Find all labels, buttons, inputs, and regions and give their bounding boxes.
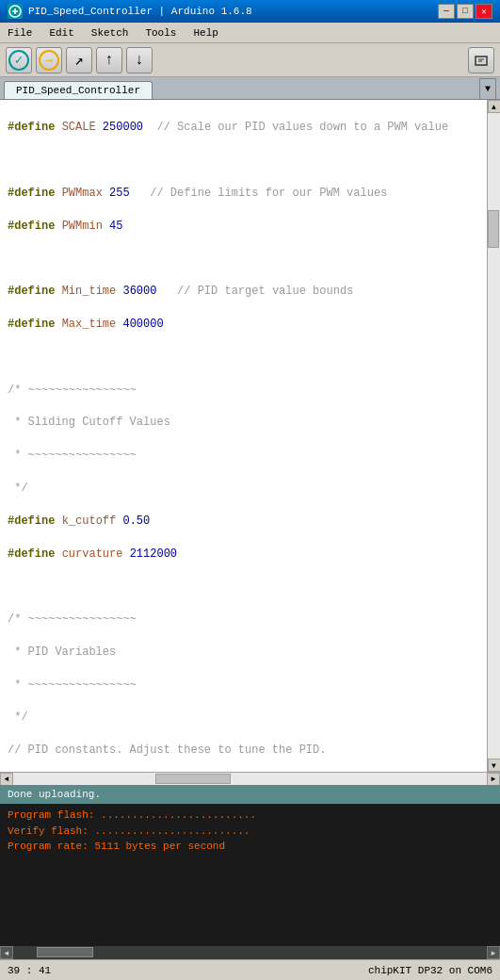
scroll-right-arrow[interactable]: ►	[487, 773, 500, 786]
code-line-16: /* ~~~~~~~~~~~~~~~~	[8, 612, 481, 628]
console-verify-label: Verify flash:	[8, 825, 94, 837]
serial-monitor-button[interactable]	[468, 47, 494, 74]
code-line-17: * PID Variables	[8, 645, 481, 661]
scroll-thumb-vertical[interactable]	[488, 210, 499, 248]
code-line-11: * ~~~~~~~~~~~~~~~~	[8, 448, 481, 464]
code-line-1: #define SCALE 250000 // Scale our PID va…	[8, 120, 481, 136]
console-scroll-thumb[interactable]	[37, 947, 93, 957]
code-editor[interactable]: #define SCALE 250000 // Scale our PID va…	[0, 100, 500, 772]
title-bar-left: PID_Speed_Controller | Arduino 1.6.8	[8, 4, 252, 19]
menu-sketch[interactable]: Sketch	[88, 25, 133, 41]
console-program-flash-dots: .........................	[101, 809, 256, 821]
console-output: Program flash: .........................…	[0, 804, 500, 946]
console-status-text: Done uploading.	[8, 789, 101, 800]
console-status-bar: Done uploading.	[0, 785, 500, 804]
console-horizontal-scrollbar[interactable]: ◄ ►	[0, 946, 500, 959]
console-line-flash: Program flash: .........................	[8, 808, 492, 824]
menu-tools[interactable]: Tools	[141, 25, 180, 41]
code-line-4: #define PWMmin 45	[8, 219, 481, 235]
tab-label: PID_Speed_Controller	[16, 85, 140, 96]
tab-pid-speed-controller[interactable]: PID_Speed_Controller	[4, 81, 153, 99]
scroll-track-horizontal[interactable]	[13, 773, 487, 785]
code-line-20: // PID constants. Adjust these to tune t…	[8, 743, 481, 759]
verify-button[interactable]: ✓	[6, 47, 32, 74]
minimize-button[interactable]: ─	[438, 4, 455, 19]
code-line-3: #define PWMmax 255 // Define limits for …	[8, 186, 481, 202]
console-rate-text: Program rate: 5111 bytes per second	[8, 841, 225, 852]
console-line-rate: Program rate: 5111 bytes per second	[8, 839, 492, 855]
tab-dropdown-button[interactable]: ▼	[479, 78, 496, 99]
window-title: PID_Speed_Controller | Arduino 1.6.8	[28, 6, 252, 17]
code-line-15	[8, 579, 481, 595]
code-line-5	[8, 252, 481, 268]
code-line-18: * ~~~~~~~~~~~~~~~~	[8, 678, 481, 694]
code-scroll-area[interactable]: #define SCALE 250000 // Scale our PID va…	[0, 100, 500, 772]
code-line-2	[8, 153, 481, 169]
cursor-position: 39 : 41	[8, 965, 51, 976]
new-icon: ↗	[74, 51, 84, 70]
toolbar: ✓ → ↗ ↑ ↓	[0, 43, 500, 77]
horizontal-scrollbar[interactable]: ◄ ►	[0, 772, 500, 785]
console-scroll-track[interactable]	[13, 946, 487, 959]
toolbar-right	[468, 47, 494, 74]
code-line-7: #define Max_time 400000	[8, 317, 481, 333]
scroll-track-vertical[interactable]	[488, 113, 500, 759]
save-icon: ↓	[135, 52, 144, 69]
scroll-thumb-horizontal[interactable]	[155, 774, 231, 784]
chevron-down-icon: ▼	[485, 84, 491, 94]
title-bar: PID_Speed_Controller | Arduino 1.6.8 ─ □…	[0, 0, 500, 23]
upload-button[interactable]: →	[36, 47, 62, 74]
verify-icon: ✓	[8, 50, 29, 71]
open-icon: ↑	[105, 52, 114, 69]
board-info: chipKIT DP32 on COM6	[368, 965, 492, 976]
maximize-button[interactable]: □	[457, 4, 474, 19]
status-bar: 39 : 41 chipKIT DP32 on COM6	[0, 959, 500, 980]
close-button[interactable]: ✕	[476, 4, 492, 19]
console-scroll-left-arrow[interactable]: ◄	[0, 946, 13, 959]
code-line-19: */	[8, 710, 481, 726]
menu-file[interactable]: File	[4, 25, 36, 41]
tab-bar: PID_Speed_Controller ▼	[0, 77, 500, 100]
scroll-down-arrow[interactable]: ▼	[488, 759, 501, 772]
code-line-10: * Sliding Cutoff Values	[8, 415, 481, 431]
window-controls: ─ □ ✕	[438, 4, 492, 19]
console-line-verify: Verify flash: .........................	[8, 824, 492, 840]
code-line-6: #define Min_time 36000 // PID target val…	[8, 284, 481, 300]
code-line-14: #define curvature 2112000	[8, 547, 481, 563]
code-container: #define SCALE 250000 // Scale our PID va…	[0, 100, 500, 785]
new-button[interactable]: ↗	[66, 47, 92, 74]
app-icon	[8, 4, 23, 19]
open-button[interactable]: ↑	[96, 47, 122, 74]
menu-bar: File Edit Sketch Tools Help	[0, 23, 500, 43]
code-line-9: /* ~~~~~~~~~~~~~~~~	[8, 383, 481, 399]
upload-icon: →	[39, 50, 59, 71]
menu-edit[interactable]: Edit	[45, 25, 77, 41]
scroll-left-arrow[interactable]: ◄	[0, 773, 13, 786]
console-scroll-right-arrow[interactable]: ►	[487, 946, 500, 959]
code-line-12: */	[8, 481, 481, 497]
code-line-8	[8, 350, 481, 366]
scroll-up-arrow[interactable]: ▲	[488, 100, 501, 113]
console-area: Done uploading. Program flash: .........…	[0, 785, 500, 959]
menu-help[interactable]: Help	[189, 25, 221, 41]
console-program-flash-label: Program flash:	[8, 809, 101, 821]
code-line-13: #define k_cutoff 0.50	[8, 514, 481, 530]
console-verify-dots: .........................	[94, 825, 250, 837]
vertical-scrollbar[interactable]: ▲ ▼	[487, 100, 500, 772]
save-button[interactable]: ↓	[126, 47, 153, 74]
